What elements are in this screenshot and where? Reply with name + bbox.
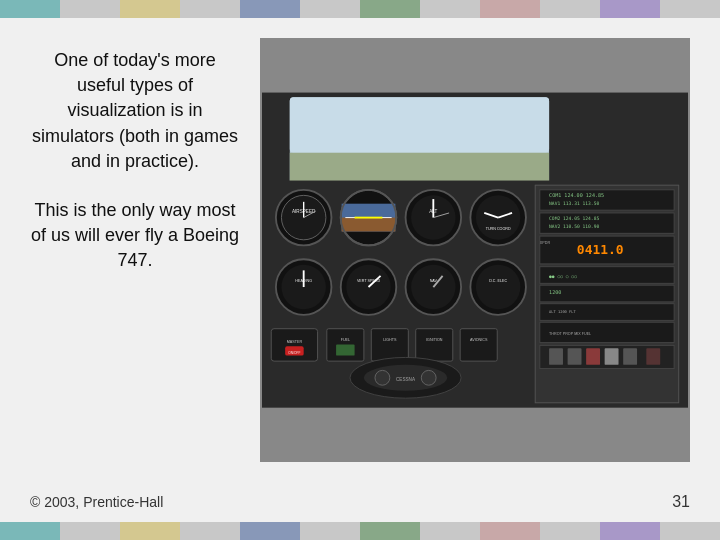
svg-rect-2 xyxy=(290,97,549,153)
svg-rect-78 xyxy=(646,348,660,365)
svg-text:COM2  124.05  124.85: COM2 124.05 124.85 xyxy=(549,216,599,221)
svg-rect-76 xyxy=(605,348,619,365)
svg-text:THROT  PROP  MIX  FUEL: THROT PROP MIX FUEL xyxy=(549,332,591,336)
bot-border-seg-10 xyxy=(540,522,600,540)
border-seg-3 xyxy=(120,0,180,18)
bot-border-seg-5 xyxy=(240,522,300,540)
border-seg-8 xyxy=(420,0,480,18)
svg-rect-75 xyxy=(586,348,600,365)
svg-rect-48 xyxy=(371,329,408,361)
svg-text:0411.0: 0411.0 xyxy=(577,242,624,257)
svg-text:ALT  1200  FLT: ALT 1200 FLT xyxy=(549,310,576,314)
svg-text:MASTER: MASTER xyxy=(287,340,303,344)
bot-border-seg-2 xyxy=(60,522,120,540)
svg-point-82 xyxy=(421,370,436,385)
border-seg-2 xyxy=(60,0,120,18)
svg-text:AVIONICS: AVIONICS xyxy=(470,338,488,342)
bot-border-seg-7 xyxy=(360,522,420,540)
copyright-text: © 2003, Prentice-Hall xyxy=(30,494,163,510)
svg-text:NAV2  110.50  110.90: NAV2 110.50 110.90 xyxy=(549,224,599,229)
bot-border-seg-11 xyxy=(600,522,660,540)
border-seg-5 xyxy=(240,0,300,18)
cockpit-svg: AIRSPEED ALT TURN COORD xyxy=(262,40,688,460)
border-seg-11 xyxy=(600,0,660,18)
bot-border-seg-9 xyxy=(480,522,540,540)
page-number: 31 xyxy=(672,493,690,511)
border-seg-4 xyxy=(180,0,240,18)
text-block-2: This is the only way most of us will eve… xyxy=(30,198,240,274)
svg-text:FUEL: FUEL xyxy=(341,338,350,342)
svg-text:COM1  124.00  124.85: COM1 124.00 124.85 xyxy=(549,192,604,198)
bot-border-seg-3 xyxy=(120,522,180,540)
border-seg-1 xyxy=(0,0,60,18)
bot-border-seg-1 xyxy=(0,522,60,540)
svg-text:D.C. ELEC: D.C. ELEC xyxy=(489,279,507,283)
svg-rect-12 xyxy=(342,218,396,232)
svg-text:IGNITION: IGNITION xyxy=(426,338,443,342)
text-block-1: One of today's more useful types of visu… xyxy=(30,48,240,174)
footer: © 2003, Prentice-Hall 31 xyxy=(0,482,720,522)
border-seg-6 xyxy=(300,0,360,18)
svg-text:LIGHTS: LIGHTS xyxy=(383,338,397,342)
top-border xyxy=(0,0,720,18)
cockpit-image: AIRSPEED ALT TURN COORD xyxy=(260,38,690,462)
border-seg-12 xyxy=(660,0,720,18)
bottom-border xyxy=(0,522,720,540)
svg-point-81 xyxy=(375,370,390,385)
text-column: One of today's more useful types of visu… xyxy=(30,38,240,462)
svg-text:1200: 1200 xyxy=(549,289,561,295)
border-seg-7 xyxy=(360,0,420,18)
bot-border-seg-12 xyxy=(660,522,720,540)
svg-text:●●  ○○   ○  ○○: ●● ○○ ○ ○○ xyxy=(549,274,577,279)
bot-border-seg-4 xyxy=(180,522,240,540)
border-seg-10 xyxy=(540,0,600,18)
svg-text:ON/OFF: ON/OFF xyxy=(288,351,300,355)
svg-rect-41 xyxy=(271,329,317,361)
svg-text:TURN COORD: TURN COORD xyxy=(486,227,511,231)
border-seg-9 xyxy=(480,0,540,18)
svg-rect-77 xyxy=(623,348,637,365)
svg-point-39 xyxy=(476,265,520,309)
svg-text:CESSNA: CESSNA xyxy=(396,377,416,382)
bot-border-seg-8 xyxy=(420,522,480,540)
svg-rect-52 xyxy=(460,329,497,361)
content-area: One of today's more useful types of visu… xyxy=(0,18,720,482)
svg-rect-47 xyxy=(336,344,355,355)
svg-rect-74 xyxy=(568,348,582,365)
svg-rect-73 xyxy=(549,348,563,365)
svg-text:NAV1  113.31  113.50: NAV1 113.31 113.50 xyxy=(549,201,599,206)
svg-text:XPDR: XPDR xyxy=(540,241,551,245)
bot-border-seg-6 xyxy=(300,522,360,540)
svg-rect-50 xyxy=(416,329,453,361)
